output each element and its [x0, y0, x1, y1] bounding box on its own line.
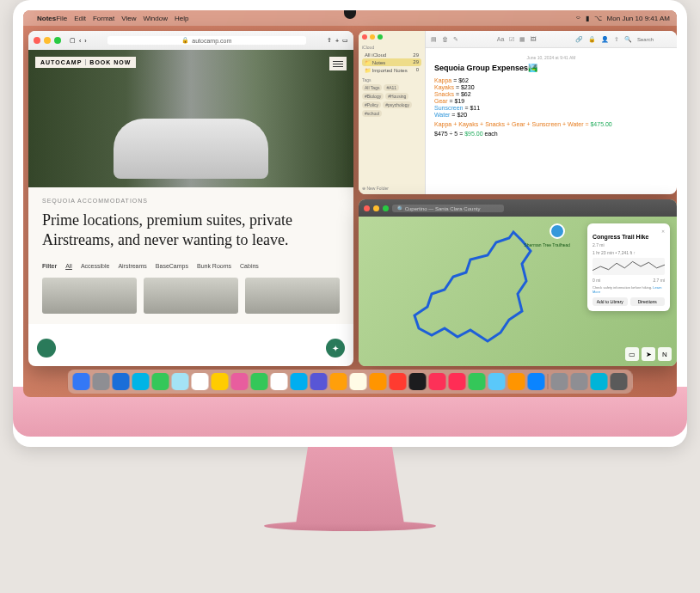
accommodation-card[interactable]: [144, 278, 238, 314]
back-icon[interactable]: ‹: [79, 38, 81, 44]
dock-app-icon[interactable]: [409, 373, 427, 390]
sidebar-all-icloud[interactable]: All iCloud29: [362, 52, 421, 58]
share-icon[interactable]: ⇧: [614, 36, 619, 43]
menu-window[interactable]: Window: [143, 15, 167, 22]
dock-app-icon[interactable]: [132, 373, 150, 390]
dock-app-icon[interactable]: [192, 373, 209, 390]
site-logo[interactable]: AUTOCAMP: [40, 59, 82, 65]
menu-help[interactable]: Help: [175, 15, 188, 22]
dock-app-icon[interactable]: [231, 373, 249, 390]
zoom-icon[interactable]: [378, 34, 383, 40]
tag[interactable]: #Policy: [362, 101, 381, 108]
view-toggle-icon[interactable]: ▤: [431, 36, 437, 43]
minimize-icon[interactable]: [44, 37, 51, 44]
dock-app-icon[interactable]: [551, 373, 568, 390]
minimize-icon[interactable]: [370, 34, 375, 40]
wifi-icon[interactable]: ⌔: [576, 15, 580, 22]
menu-view[interactable]: View: [121, 15, 136, 22]
dock-app-icon[interactable]: [113, 373, 130, 390]
map-pin[interactable]: [550, 223, 565, 242]
tag[interactable]: #school: [362, 110, 382, 117]
compass-icon[interactable]: N: [658, 347, 672, 361]
dock-app-icon[interactable]: [73, 373, 90, 390]
dock-app-icon[interactable]: [429, 373, 446, 390]
lock-icon[interactable]: 🔒: [588, 36, 596, 43]
checklist-icon[interactable]: ☑: [509, 36, 514, 43]
table-icon[interactable]: ▦: [519, 36, 525, 43]
minimize-icon[interactable]: [373, 205, 379, 211]
tabs-icon[interactable]: ▭: [342, 37, 348, 44]
sidebar-toggle-icon[interactable]: ▢: [70, 37, 76, 44]
dock-app-icon[interactable]: [152, 373, 169, 390]
sidebar-imported[interactable]: 📁 Imported Notes0: [362, 66, 421, 74]
hamburger-menu-icon[interactable]: [329, 57, 347, 70]
dock-app-icon[interactable]: [93, 373, 110, 390]
note-editor[interactable]: June 10, 2024 at 9:41 AM Sequoia Group E…: [426, 48, 677, 144]
share-icon[interactable]: ⇧: [327, 37, 332, 44]
tag[interactable]: #psychology: [383, 101, 412, 108]
dock-app-icon[interactable]: [469, 373, 486, 390]
add-to-library-button[interactable]: Add to Library: [593, 297, 628, 306]
chat-icon[interactable]: [37, 339, 56, 358]
accessibility-icon[interactable]: ✦: [326, 339, 345, 358]
tag[interactable]: #A11: [384, 84, 399, 91]
control-center-icon[interactable]: ⌥: [594, 15, 602, 22]
delete-icon[interactable]: 🗑: [442, 36, 448, 42]
dock-app-icon[interactable]: [251, 373, 268, 390]
address-bar[interactable]: 🔒 autocamp.com: [107, 36, 306, 45]
media-icon[interactable]: 🖼: [531, 36, 537, 42]
dock-app-icon[interactable]: [611, 373, 628, 390]
dock-app-icon[interactable]: [488, 373, 506, 390]
locate-icon[interactable]: ➤: [642, 347, 655, 361]
close-icon[interactable]: [364, 205, 370, 211]
dock-app-icon[interactable]: [508, 373, 525, 390]
filter-basecamps[interactable]: BaseCamps: [156, 263, 188, 269]
accommodation-card[interactable]: [245, 278, 340, 314]
dock-app-icon[interactable]: [591, 373, 608, 390]
dock-app-icon[interactable]: [571, 373, 588, 390]
datetime[interactable]: Mon Jun 10 9:41 AM: [607, 15, 670, 22]
filter-bunk[interactable]: Bunk Rooms: [197, 263, 231, 269]
dock-app-icon[interactable]: [449, 373, 466, 390]
dock-app-icon[interactable]: [172, 373, 189, 390]
search-icon[interactable]: 🔍: [624, 36, 632, 43]
link-icon[interactable]: 🔗: [575, 36, 583, 43]
close-card-icon[interactable]: ✕: [661, 229, 665, 234]
zoom-icon[interactable]: [54, 37, 61, 44]
tag[interactable]: #Biology: [362, 93, 384, 100]
book-now-button[interactable]: BOOK NOW: [89, 59, 131, 65]
close-icon[interactable]: [362, 34, 367, 40]
compose-icon[interactable]: ✎: [453, 36, 458, 43]
close-icon[interactable]: [34, 37, 40, 44]
sidebar-notes[interactable]: 📁 Notes29: [362, 58, 421, 66]
map-mode-icon[interactable]: ▭: [625, 347, 639, 361]
dock-app-icon[interactable]: [350, 373, 367, 390]
menu-edit[interactable]: Edit: [74, 15, 86, 22]
new-folder-button[interactable]: ⊕ New Folder: [362, 186, 389, 191]
filter-airstreams[interactable]: Airstreams: [118, 263, 146, 269]
menu-file[interactable]: File: [56, 15, 67, 22]
directions-button[interactable]: Directions: [630, 297, 666, 306]
app-name[interactable]: Notes: [37, 15, 56, 22]
tag[interactable]: #Housing: [385, 93, 408, 100]
map-canvas[interactable]: Sherman Tree Trailhead ✕ Congress Trail …: [359, 217, 677, 366]
dock-app-icon[interactable]: [390, 373, 407, 390]
collaborate-icon[interactable]: 👤: [601, 36, 609, 43]
format-icon[interactable]: Aa: [497, 36, 505, 42]
dock-app-icon[interactable]: [291, 373, 308, 390]
accommodation-card[interactable]: [42, 278, 137, 314]
search-input[interactable]: [637, 37, 672, 42]
dock-app-icon[interactable]: [212, 373, 229, 390]
menu-format[interactable]: Format: [93, 15, 114, 22]
filter-accessible[interactable]: Accessible: [81, 263, 109, 269]
battery-icon[interactable]: ▮: [586, 15, 589, 22]
zoom-icon[interactable]: [383, 205, 389, 211]
dock-app-icon[interactable]: [330, 373, 347, 390]
new-tab-icon[interactable]: +: [335, 38, 339, 44]
tag[interactable]: All Tags: [362, 84, 382, 91]
dock-app-icon[interactable]: [528, 373, 545, 390]
filter-all[interactable]: All: [65, 263, 72, 269]
maps-search-input[interactable]: 🔍 Cupertino — Santa Clara County: [392, 205, 504, 212]
dock-app-icon[interactable]: [271, 373, 288, 390]
filter-cabins[interactable]: Cabins: [240, 263, 259, 269]
